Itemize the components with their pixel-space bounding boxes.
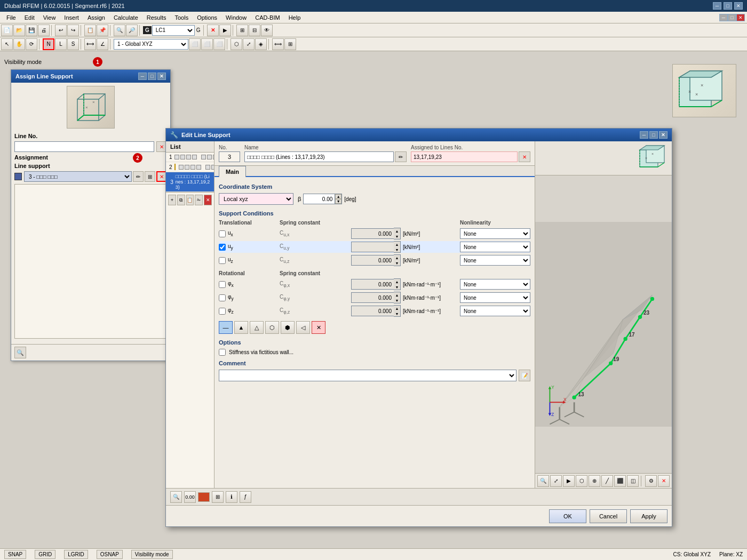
cpy-dn[interactable]: ▼ <box>394 298 400 303</box>
cpz-dn[interactable]: ▼ <box>394 311 400 316</box>
zoom-out-btn[interactable]: 🔎 <box>126 25 138 36</box>
px-nonlin-combo[interactable]: None <box>460 279 530 290</box>
copy-btn[interactable]: 📋 <box>84 25 96 36</box>
list-copy-btn[interactable]: ⧉ <box>177 195 185 205</box>
cpx-dn[interactable]: ▼ <box>394 284 400 290</box>
assign-maximize-btn[interactable]: □ <box>148 73 156 80</box>
line-no-input[interactable] <box>14 141 154 152</box>
status-osnap[interactable]: OSNAP <box>97 550 123 559</box>
view-3d-btn[interactable]: ⬡ <box>576 475 587 487</box>
py-nonlin-combo[interactable]: None <box>460 292 530 303</box>
restore-btn[interactable]: □ <box>724 2 732 10</box>
surface-btn[interactable]: S <box>67 38 79 50</box>
bottom-info-btn[interactable]: ℹ <box>226 491 237 503</box>
bottom-func-btn[interactable]: ƒ <box>240 491 251 503</box>
lc-combo[interactable]: LC1 <box>152 25 195 36</box>
view-combo[interactable]: 1 - Global XYZ <box>114 39 188 50</box>
zoom-in-btn[interactable]: 🔍 <box>114 25 125 36</box>
apply-button[interactable]: Apply <box>630 509 667 523</box>
bottom-filter-btn[interactable]: ⊞ <box>212 491 224 503</box>
tab-main[interactable]: Main <box>219 166 246 177</box>
list-item-1[interactable]: 1 <box>166 153 214 162</box>
pz-checkbox[interactable] <box>219 308 226 315</box>
uz-checkbox[interactable] <box>219 257 226 264</box>
comment-edit-btn[interactable]: 📝 <box>519 370 530 381</box>
pz-nonlin-combo[interactable]: None <box>460 306 530 316</box>
front-btn[interactable]: ⬜ <box>189 38 201 50</box>
print-btn[interactable]: 🖨 <box>38 25 50 36</box>
support-icon-btn-6[interactable]: ◁ <box>296 321 310 334</box>
beta-up-btn[interactable]: ▲ <box>335 194 341 199</box>
support-icon-btn-4[interactable]: ⬡ <box>265 321 279 334</box>
menu-edit[interactable]: Edit <box>20 13 39 22</box>
grid-btn[interactable]: ⊟ <box>249 25 260 36</box>
menu-minimize[interactable]: ─ <box>719 14 728 21</box>
menu-results[interactable]: Results <box>142 13 171 22</box>
comment-combo[interactable] <box>219 370 516 381</box>
uy-nonlin-combo[interactable]: None <box>460 242 530 252</box>
support-icon-btn-3[interactable]: △ <box>250 321 264 334</box>
edit-dialog-title[interactable]: 🔧 Edit Line Support ─ □ ✕ <box>166 129 672 141</box>
cpx-input[interactable] <box>351 279 394 290</box>
view-btn[interactable]: 👁 <box>261 25 273 36</box>
list-item-3[interactable]: 3 □□□□□ □□□□ (Lines : 13,17,19,23) <box>166 172 214 192</box>
render-btn[interactable]: ◈ <box>255 38 267 50</box>
ls-btn2[interactable]: ⊞ <box>145 171 155 182</box>
menu-restore[interactable]: □ <box>728 14 736 21</box>
iso-btn[interactable]: ⬡ <box>231 38 242 50</box>
status-lgrid[interactable]: LGRID <box>64 550 88 559</box>
menu-help[interactable]: Help <box>284 13 305 22</box>
cux-dn[interactable]: ▼ <box>394 234 400 239</box>
assign-dialog-title[interactable]: Assign Line Support ─ □ ✕ <box>11 70 170 83</box>
bottom-color-btn[interactable] <box>198 492 210 502</box>
beta-down-btn[interactable]: ▼ <box>335 199 341 204</box>
view-line-btn[interactable]: ╱ <box>601 475 613 487</box>
px-checkbox[interactable] <box>219 281 226 288</box>
menu-file[interactable]: File <box>2 13 20 22</box>
bottom-search-btn[interactable]: 🔍 <box>170 491 182 503</box>
menu-calculate[interactable]: Calculate <box>109 13 142 22</box>
status-visibility[interactable]: Visibility mode <box>131 550 173 559</box>
view-shade-btn[interactable]: ◫ <box>627 475 639 487</box>
paste-btn[interactable]: 📌 <box>97 25 108 36</box>
btn-x[interactable]: ✕ <box>207 25 219 36</box>
line-btn[interactable]: L <box>55 38 67 50</box>
redo-btn[interactable]: ↪ <box>67 25 79 36</box>
edit-minimize-btn[interactable]: ─ <box>640 131 648 139</box>
py-checkbox[interactable] <box>219 294 226 301</box>
side-btn[interactable]: ⬜ <box>201 38 213 50</box>
name-edit-btn[interactable]: ✏ <box>395 151 407 162</box>
save-btn[interactable]: 💾 <box>26 25 37 36</box>
view-reset-btn[interactable]: ✕ <box>658 475 670 487</box>
ux-nonlin-combo[interactable]: None <box>460 228 530 239</box>
list-remove-btn[interactable]: ✕ <box>204 195 212 205</box>
cuy-up[interactable]: ▲ <box>394 242 400 247</box>
assigned-clear-btn[interactable]: ✕ <box>519 151 530 162</box>
view-node-btn[interactable]: ⊕ <box>589 475 600 487</box>
cpy-input[interactable] <box>351 292 394 303</box>
menu-cadbim[interactable]: CAD-BIM <box>251 13 284 22</box>
cuz-dn[interactable]: ▼ <box>394 260 400 266</box>
select-btn[interactable]: ↖ <box>1 38 13 50</box>
cancel-button[interactable]: Cancel <box>590 509 627 523</box>
cpx-up[interactable]: ▲ <box>394 279 400 284</box>
assign-search-btn[interactable]: 🔍 <box>14 347 26 358</box>
list-add-btn[interactable]: + <box>168 195 176 205</box>
view-fit-btn[interactable]: ⤢ <box>550 475 562 487</box>
bottom-num-btn[interactable]: 0.00 <box>184 491 196 503</box>
menu-view[interactable]: View <box>39 13 60 22</box>
status-grid[interactable]: GRID <box>35 550 55 559</box>
rotate-btn[interactable]: ⟳ <box>26 38 37 50</box>
menu-tools[interactable]: Tools <box>170 13 193 22</box>
menu-insert[interactable]: Insert <box>60 13 83 22</box>
view-surface-btn[interactable]: ⬛ <box>614 475 626 487</box>
top-btn[interactable]: ⬜ <box>213 38 225 50</box>
menu-options[interactable]: Options <box>193 13 221 22</box>
line-support-combo[interactable]: 3 - □□□ □□□ <box>24 171 132 182</box>
fit-btn[interactable]: ⤢ <box>243 38 255 50</box>
cuz-input[interactable] <box>351 255 394 266</box>
btn-run[interactable]: ▶ <box>219 25 231 36</box>
ok-button[interactable]: OK <box>549 509 586 523</box>
new-btn[interactable]: 📄 <box>1 25 13 36</box>
array-btn[interactable]: ⊞ <box>284 38 296 50</box>
